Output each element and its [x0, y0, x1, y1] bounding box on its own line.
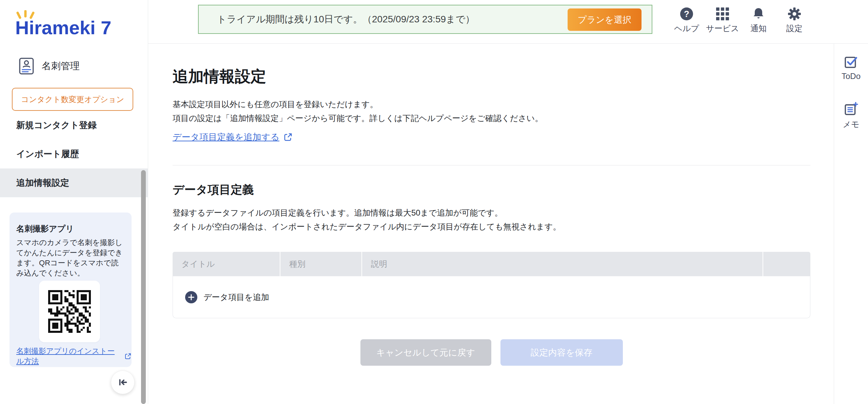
column-header-title: タイトル: [173, 252, 280, 276]
install-guide-link[interactable]: 名刺撮影アプリのインストール方法: [16, 346, 121, 366]
section-title: データ項目定義: [173, 182, 254, 198]
nav-label: 通知: [750, 23, 767, 34]
todo-check-icon: [844, 55, 858, 69]
intro-line: 項目の設定は「追加情報設定」ページから可能です。詳しくは下記ヘルプページをご確認…: [173, 111, 543, 125]
form-actions: キャンセルして元に戻す 設定内容を保存: [173, 339, 810, 366]
page-title: 追加情報設定: [173, 66, 266, 87]
business-card-icon: [19, 58, 34, 75]
intro-line: 基本設定項目以外にも任意の項目を登録いただけます。: [173, 97, 543, 111]
section-desc-line: タイトルが空白の場合は、インポートされたデータファイル内にデータ項目が存在しても…: [173, 220, 561, 234]
install-guide-link-row: 名刺撮影アプリのインストール方法: [16, 346, 132, 366]
header-nav: ? ヘルプ サービス: [669, 7, 812, 34]
sidebar-item-label: インポート履歴: [16, 148, 79, 160]
external-link-icon: [124, 352, 132, 360]
section-description: 登録するデータファイルの項目定義を行います。追加情報は最大50まで追加が可能です…: [173, 206, 561, 234]
section-divider: [173, 165, 810, 165]
data-item-definition-table: タイトル 種別 説明 データ項目を追加: [173, 252, 810, 318]
hirameki-logo[interactable]: Hirameki 7: [15, 10, 120, 39]
sidebar-item-label: 新規コンタクト登録: [16, 119, 97, 131]
hirameki-logo-icon: Hirameki 7: [15, 10, 120, 37]
save-button[interactable]: 設定内容を保存: [500, 339, 623, 366]
sidebar-section-label: 名刺管理: [42, 60, 80, 73]
add-data-item-definition-link[interactable]: データ項目定義を追加する: [173, 131, 279, 143]
nav-item-help[interactable]: ? ヘルプ: [669, 7, 705, 34]
column-header-description: 説明: [362, 252, 763, 276]
cancel-button[interactable]: キャンセルして元に戻す: [360, 339, 491, 366]
qr-code-card: [39, 281, 100, 342]
table-header-row: タイトル 種別 説明: [173, 252, 810, 276]
card-capture-app-panel: 名刺撮影アプリ スマホのカメラで名刺を撮影してかんたんにデータを登録できます。Q…: [9, 213, 132, 367]
right-toolbar: ToDo メモ: [834, 44, 868, 404]
qr-code: [46, 288, 93, 335]
svg-text:Hirameki 7: Hirameki 7: [15, 17, 111, 37]
external-link-icon: [283, 133, 293, 142]
top-header: トライアル期間は残り10日です。（2025/09/23 23:59まで） プラン…: [148, 0, 868, 44]
tool-label: メモ: [843, 119, 859, 130]
trial-message: トライアル期間は残り10日です。（2025/09/23 23:59まで）: [217, 13, 475, 26]
memo-note-icon: [844, 102, 858, 116]
section-desc-line: 登録するデータファイルの項目定義を行います。追加情報は最大50まで追加が可能です…: [173, 206, 561, 220]
column-header-blank: [763, 252, 810, 276]
select-plan-button[interactable]: プランを選択: [568, 8, 642, 31]
help-icon: ?: [680, 7, 693, 21]
sidebar-item-new-contact[interactable]: 新規コンタクト登録: [0, 111, 148, 140]
sidebar: Hirameki 7 名刺管理 コンタクト数変更オプション 新規コンタクト登録 …: [0, 0, 148, 404]
page-intro: 基本設定項目以外にも任意の項目を登録いただけます。 項目の設定は「追加情報設定」…: [173, 97, 543, 125]
todo-button[interactable]: ToDo: [834, 55, 868, 81]
nav-label: ヘルプ: [674, 23, 699, 34]
promo-title: 名刺撮影アプリ: [16, 223, 74, 234]
sidebar-collapse-button[interactable]: [111, 370, 135, 394]
sidebar-item-label: 追加情報設定: [16, 177, 69, 189]
trial-banner: トライアル期間は残り10日です。（2025/09/23 23:59まで） プラン…: [198, 5, 652, 34]
services-grid-icon: [716, 7, 729, 21]
tool-label: ToDo: [842, 72, 861, 81]
nav-item-services[interactable]: サービス: [705, 7, 741, 34]
sidebar-item-additional-info-settings[interactable]: 追加情報設定: [0, 168, 148, 197]
nav-item-settings[interactable]: 設定: [776, 7, 812, 34]
sidebar-item-import-history[interactable]: インポート履歴: [0, 140, 148, 168]
add-data-item-row[interactable]: データ項目を追加: [173, 276, 810, 318]
promo-body: スマホのカメラで名刺を撮影してかんたんにデータを登録できます。QRコードをスマホ…: [16, 238, 125, 278]
contact-count-option-button[interactable]: コンタクト数変更オプション: [12, 88, 133, 111]
nav-label: サービス: [706, 23, 739, 34]
add-row-label: データ項目を追加: [203, 292, 269, 303]
help-link-row: データ項目定義を追加する: [173, 131, 293, 143]
collapse-arrow-icon: [116, 376, 129, 389]
nav-label: 設定: [786, 23, 803, 34]
add-icon: [185, 291, 197, 303]
nav-item-notifications[interactable]: 通知: [741, 7, 776, 34]
sidebar-scrollbar-thumb[interactable]: [141, 170, 146, 404]
svg-text:?: ?: [684, 9, 689, 19]
memo-button[interactable]: メモ: [834, 102, 868, 130]
main-content: 追加情報設定 基本設定項目以外にも任意の項目を登録いただけます。 項目の設定は「…: [148, 44, 834, 404]
column-header-type: 種別: [280, 252, 362, 276]
sidebar-section-meishi-kanri: 名刺管理: [19, 58, 80, 75]
gear-icon: [788, 7, 801, 21]
bell-icon: [752, 7, 765, 21]
